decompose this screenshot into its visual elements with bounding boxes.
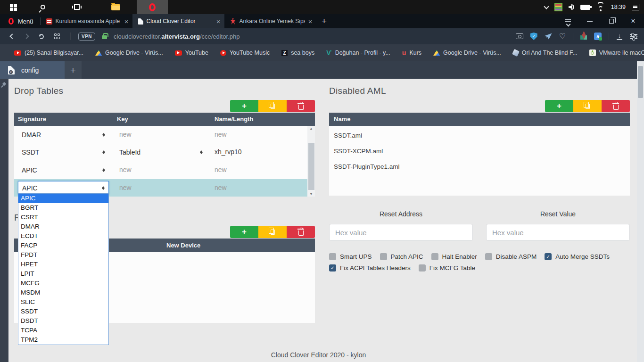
list-item[interactable]: SSDT-PluginType1.aml xyxy=(334,163,400,170)
copy-button[interactable] xyxy=(258,100,287,112)
settings-sliders-icon[interactable] xyxy=(630,33,637,39)
hidden-icons-chevron[interactable] xyxy=(544,4,549,9)
add-button[interactable]: + xyxy=(230,100,258,112)
search-button[interactable] xyxy=(26,0,59,14)
bookmark-item[interactable]: uKurs xyxy=(402,49,421,56)
checkbox-patch-apic[interactable]: Patch APIC xyxy=(380,253,423,260)
checkbox-fix-mcfg-table[interactable]: Fix MCFG Table xyxy=(419,264,475,272)
copy-button[interactable] xyxy=(258,226,287,238)
scroll-up-icon[interactable]: ▲ xyxy=(307,127,315,130)
dropdown-option[interactable]: SSDT xyxy=(18,307,108,316)
checkbox-smart-ups[interactable]: Smart UPS xyxy=(329,253,372,260)
action-center-icon[interactable] xyxy=(632,4,639,10)
key-field[interactable]: new xyxy=(119,126,132,143)
extension-cube-icon[interactable] xyxy=(580,35,587,40)
add-button[interactable]: + xyxy=(230,226,258,238)
bookmark-item[interactable]: Google Drive - Virüs... xyxy=(95,49,163,56)
back-button[interactable] xyxy=(9,33,15,39)
copy-button[interactable] xyxy=(573,100,602,112)
checkbox-disable-aspm[interactable]: Disable ASPM xyxy=(485,253,537,260)
start-button[interactable] xyxy=(0,0,26,14)
scroll-down-icon[interactable]: ▼ xyxy=(307,192,315,196)
bookmark-item[interactable]: Google Drive - Virüs... xyxy=(433,49,501,56)
close-tab-icon[interactable]: × xyxy=(308,18,313,25)
signature-select-open[interactable]: APIC xyxy=(18,181,109,195)
delete-button[interactable] xyxy=(287,100,315,112)
signature-select[interactable]: APIC xyxy=(18,163,109,177)
clock[interactable]: 18:39 xyxy=(611,4,626,10)
bookmark-heart-icon[interactable]: ♡ xyxy=(559,33,566,40)
add-button[interactable]: + xyxy=(545,100,573,112)
dropdown-option[interactable]: CSRT xyxy=(18,213,108,222)
battery-icon[interactable] xyxy=(580,5,590,10)
adblock-shield-icon[interactable]: ✓ xyxy=(530,33,537,40)
bookmark-item[interactable]: ѴDoğuhan - Profil - y... xyxy=(326,49,390,56)
name-field[interactable]: xh_rvp10 xyxy=(215,143,242,161)
bookmark-item[interactable]: YouTube Music xyxy=(220,49,270,56)
checkbox-halt-enabler[interactable]: Halt Enabler xyxy=(431,253,477,260)
bookmark-item[interactable]: VMware ile macOS... xyxy=(589,49,644,56)
table-scrollbar[interactable]: ▲ ▼ xyxy=(307,126,315,197)
key-field[interactable]: new xyxy=(119,161,132,179)
reset-address-input[interactable] xyxy=(329,224,473,241)
reset-value-input[interactable] xyxy=(486,224,630,241)
checkbox-fix-acpi-headers[interactable]: ✓Fix ACPI Tables Headers xyxy=(329,264,411,272)
translate-extension-icon[interactable]: a xyxy=(594,33,602,40)
name-field[interactable]: new xyxy=(215,126,227,143)
bookmark-item[interactable]: Zsea boys xyxy=(281,49,314,56)
bookmark-item[interactable]: YouTube xyxy=(175,49,208,56)
dropdown-option[interactable]: HPET xyxy=(18,260,108,269)
minimize-button[interactable] xyxy=(579,14,601,28)
opera-taskbar-button[interactable] xyxy=(137,0,168,14)
close-tab-icon[interactable]: × xyxy=(216,18,221,25)
dropdown-option[interactable]: TCPA xyxy=(18,326,108,335)
delete-button[interactable] xyxy=(602,100,630,112)
cce-new-tab-button[interactable]: + xyxy=(65,61,82,79)
speed-dial-button[interactable] xyxy=(54,33,60,39)
signature-select[interactable]: DMAR xyxy=(18,128,109,141)
bookmark-item[interactable]: (25) Sanal Bilgisayar... xyxy=(14,49,83,56)
dropdown-option[interactable]: FPDT xyxy=(18,250,108,260)
list-item[interactable]: SSDT.aml xyxy=(334,132,362,139)
delete-button[interactable] xyxy=(287,226,315,238)
dropdown-option[interactable]: DMAR xyxy=(18,222,108,231)
dropdown-option[interactable]: MCFG xyxy=(18,279,108,288)
scrollbar-thumb[interactable] xyxy=(308,143,314,190)
wifi-icon[interactable] xyxy=(596,4,605,10)
browser-tab-yemek[interactable]: Ankara Online Yemek Sipari × xyxy=(224,14,316,28)
forward-button[interactable] xyxy=(24,33,29,39)
bookmark-item[interactable]: Ori And The Blind F... xyxy=(513,49,578,56)
dropdown-option[interactable]: MSDM xyxy=(18,288,108,297)
name-field[interactable]: new xyxy=(215,179,227,197)
key-select[interactable]: TableId xyxy=(116,145,206,159)
opera-menu-button[interactable]: Menü xyxy=(0,14,40,28)
list-item[interactable]: SSDT-XCPM.aml xyxy=(334,148,383,155)
name-field[interactable]: new xyxy=(215,161,227,179)
pin-icon[interactable] xyxy=(2,82,6,87)
close-tab-icon[interactable]: × xyxy=(124,18,129,25)
new-tab-button[interactable]: + xyxy=(316,14,332,28)
downloads-icon[interactable]: ↓ xyxy=(616,33,623,40)
reload-button[interactable] xyxy=(38,33,44,39)
tray-app-icon[interactable] xyxy=(554,3,562,11)
dropdown-option[interactable]: LPIT xyxy=(18,269,108,279)
dropdown-option-selected[interactable]: APIC xyxy=(18,194,108,203)
tab-search-button[interactable] xyxy=(557,14,579,28)
page-scrollbar-thumb[interactable] xyxy=(638,66,643,98)
task-view-button[interactable] xyxy=(59,0,94,14)
vpn-badge[interactable]: VPN xyxy=(78,33,95,41)
page-scrollbar[interactable] xyxy=(637,61,644,362)
myflow-send-icon[interactable] xyxy=(545,33,552,40)
signature-select[interactable]: SSDT xyxy=(18,145,109,159)
restore-button[interactable] xyxy=(601,14,622,28)
dropdown-option[interactable]: TPM2 xyxy=(18,335,108,345)
dropdown-option[interactable]: FACP xyxy=(18,241,108,250)
dropdown-option[interactable]: DSDT xyxy=(18,316,108,326)
checkbox-auto-merge-ssdts[interactable]: ✓Auto Merge SSDTs xyxy=(545,253,610,260)
snapshot-camera-icon[interactable] xyxy=(516,33,523,39)
key-field[interactable]: new xyxy=(119,179,132,197)
secure-lock-icon[interactable] xyxy=(102,35,107,39)
file-explorer-button[interactable] xyxy=(94,0,137,14)
dropdown-option[interactable]: ECDT xyxy=(18,231,108,241)
dropdown-option[interactable]: BGRT xyxy=(18,203,108,213)
